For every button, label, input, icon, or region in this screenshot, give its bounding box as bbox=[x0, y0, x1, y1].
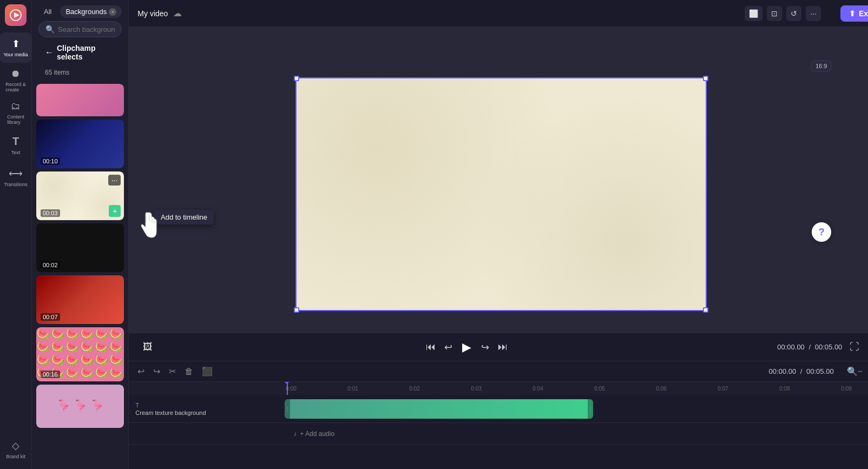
cut-button[interactable]: ✂ bbox=[167, 364, 178, 379]
sidebar-item-transitions[interactable]: ⟷ Transitions bbox=[0, 162, 31, 193]
undo-button[interactable]: ↩ bbox=[135, 364, 147, 379]
clip-handle-right[interactable]: ⋮ bbox=[588, 399, 593, 419]
ruler-mark: 0:02 bbox=[409, 386, 471, 392]
track-content: ⋮ ⋮ bbox=[285, 399, 868, 419]
ruler-mark: 0:08 bbox=[779, 386, 841, 392]
help-button[interactable]: ? bbox=[812, 222, 831, 242]
ruler-marks: 0:00 0:01 0:02 0:03 0:04 0:05 0:06 0:07 … bbox=[286, 386, 868, 392]
export-button[interactable]: ⬆ Export ▾ bbox=[840, 5, 868, 22]
app-logo[interactable] bbox=[5, 4, 27, 26]
sidebar-item-label: Your media bbox=[3, 52, 28, 57]
fullscreen-button[interactable]: ⛶ bbox=[846, 339, 863, 355]
save-frame-button[interactable]: ⬛ bbox=[200, 364, 215, 379]
export-icon: ⬆ bbox=[849, 9, 856, 18]
search-box[interactable]: 🔍 bbox=[38, 21, 122, 37]
tab-backgrounds[interactable]: Backgrounds × bbox=[60, 5, 122, 18]
top-bar-left: My video ☁ bbox=[137, 8, 182, 18]
left-sidebar: ⬆ Your media ⏺ Record &create 🗂 Contentl… bbox=[0, 0, 32, 469]
ruler-mark: 0:04 bbox=[532, 386, 594, 392]
fast-forward-button[interactable]: ↪ bbox=[478, 339, 492, 355]
handle-top-left[interactable] bbox=[294, 76, 299, 81]
thumb-duration: 00:10 bbox=[41, 157, 60, 165]
rotate-tool-button[interactable]: ↺ bbox=[786, 6, 801, 21]
thumbnail-black-bg[interactable]: 00:02 bbox=[36, 223, 124, 272]
search-input[interactable] bbox=[58, 25, 115, 34]
preview-row: 🖼 ⏮ ↩ ▶ ↪ ⏭ 00:00.00 / 00:05.00 bbox=[129, 27, 868, 361]
timeline-time-display: 00:00.00 / 00:05.00 bbox=[769, 367, 834, 375]
sidebar-item-label: Contentlibrary bbox=[7, 114, 24, 125]
sidebar-item-brand-kit[interactable]: ◇ Brand kit bbox=[0, 434, 31, 465]
skip-forward-button[interactable]: ⏭ bbox=[495, 339, 511, 355]
sidebar-item-label: Text bbox=[11, 150, 21, 155]
redo-button[interactable]: ↪ bbox=[151, 364, 162, 379]
handle-top-right[interactable] bbox=[703, 76, 708, 81]
handle-bottom-left[interactable] bbox=[294, 307, 299, 313]
ruler-mark: 0:00 bbox=[286, 386, 347, 392]
thumbnail-pink-bg[interactable] bbox=[36, 84, 124, 116]
audio-track-row: ♪ + Add audio bbox=[129, 423, 868, 445]
playhead[interactable] bbox=[287, 382, 288, 395]
ruler-mark: 0:05 bbox=[594, 386, 656, 392]
resize-tool-button[interactable]: ⊡ bbox=[767, 6, 782, 21]
thumbnail-cream-bg[interactable]: 00:03 ··· + bbox=[36, 171, 124, 220]
sidebar-item-label: Record &create bbox=[5, 82, 26, 93]
panel-header: All Backgrounds × 🔍 ← Clipchamp selects … bbox=[32, 0, 128, 81]
record-icon: ⏺ bbox=[11, 68, 21, 80]
brand-kit-icon: ◇ bbox=[12, 440, 19, 452]
crop-tool-button[interactable]: ⬜ bbox=[745, 6, 762, 21]
ruler-mark: 0:06 bbox=[656, 386, 718, 392]
back-arrow-icon: ← bbox=[45, 48, 54, 57]
thumb-duration: 00:16 bbox=[41, 371, 60, 378]
thumb-duration: 00:07 bbox=[41, 313, 60, 321]
thumbnail-watermelon-bg[interactable]: 00:16 bbox=[36, 327, 124, 381]
sidebar-item-your-media[interactable]: ⬆ Your media bbox=[0, 32, 31, 63]
thumbnail-red-bg[interactable]: 00:07 bbox=[36, 275, 124, 324]
sidebar-item-text[interactable]: T Text bbox=[0, 130, 31, 160]
ruler-mark: 0:03 bbox=[471, 386, 532, 392]
video-title[interactable]: My video bbox=[137, 9, 168, 18]
clip-block[interactable]: ⋮ ⋮ bbox=[285, 399, 593, 419]
delete-button[interactable]: 🗑 bbox=[182, 365, 195, 379]
thumb-duration: 00:03 bbox=[41, 209, 60, 217]
sidebar-item-label: Brand kit bbox=[6, 454, 25, 459]
back-label: Clipchamp selects bbox=[57, 44, 115, 61]
time-display: 00:00.00 / 00:05.00 bbox=[777, 343, 842, 351]
tab-all[interactable]: All bbox=[38, 5, 57, 18]
thumb-add-button[interactable]: + bbox=[109, 205, 121, 217]
thumb-duration: 00:02 bbox=[41, 261, 60, 269]
video-track-row: T Cream texture background ⋮ ⋮ bbox=[129, 395, 868, 423]
backgrounds-panel: All Backgrounds × 🔍 ← Clipchamp selects … bbox=[32, 0, 129, 469]
ratio-badge: 16:9 bbox=[811, 61, 831, 71]
more-tools-button[interactable]: ··· bbox=[806, 6, 821, 21]
timeline-toolbar: ↩ ↪ ✂ 🗑 ⬛ 00:00.00 / 00:05.00 🔍− 🔍+ ⤢ bbox=[129, 361, 868, 382]
library-icon: 🗂 bbox=[11, 101, 21, 112]
search-icon: 🔍 bbox=[45, 25, 55, 34]
playback-controls: ⏮ ↩ ▶ ↪ ⏭ bbox=[423, 338, 511, 356]
track-label: T Cream texture background bbox=[133, 402, 285, 416]
player-icon-btn[interactable]: 🖼 bbox=[140, 339, 156, 355]
save-status-icon: ☁ bbox=[173, 8, 182, 18]
thumbnail-darkblue-bg[interactable]: 00:10 bbox=[36, 120, 124, 168]
preview-area: 🖼 ⏮ ↩ ▶ ↪ ⏭ 00:00.00 / 00:05.00 bbox=[129, 27, 868, 361]
ruler-mark: 0:07 bbox=[718, 386, 779, 392]
text-icon: T bbox=[12, 135, 19, 148]
thumbnail-flamingo-bg[interactable]: 🦩🦩🦩 bbox=[36, 385, 124, 428]
play-button[interactable]: ▶ bbox=[458, 338, 476, 356]
player-controls: 🖼 ⏮ ↩ ▶ ↪ ⏭ 00:00.00 / 00:05.00 bbox=[129, 333, 868, 361]
ruler-mark: 0:09 bbox=[841, 386, 868, 392]
sidebar-item-content-library[interactable]: 🗂 Contentlibrary bbox=[0, 97, 31, 128]
skip-back-button[interactable]: ⏮ bbox=[423, 339, 439, 355]
add-audio-button[interactable]: ♪ + Add audio bbox=[289, 428, 339, 440]
your-media-icon: ⬆ bbox=[12, 38, 20, 50]
handle-bottom-right[interactable] bbox=[703, 307, 708, 313]
track-name: Cream texture background bbox=[135, 409, 285, 416]
thumb-more-menu[interactable]: ··· bbox=[108, 175, 121, 186]
clip-handle-left[interactable]: ⋮ bbox=[285, 399, 290, 419]
zoom-out-button[interactable]: 🔍− bbox=[845, 364, 865, 379]
tab-close-button[interactable]: × bbox=[109, 8, 116, 16]
sidebar-item-record-create[interactable]: ⏺ Record &create bbox=[0, 65, 31, 95]
rewind-button[interactable]: ↩ bbox=[441, 339, 456, 355]
main-area: My video ☁ ⬜ ⊡ ↺ ··· ⬆ Export ▾ bbox=[129, 0, 868, 469]
preview-canvas bbox=[295, 77, 707, 311]
back-navigation[interactable]: ← Clipchamp selects bbox=[38, 41, 122, 64]
